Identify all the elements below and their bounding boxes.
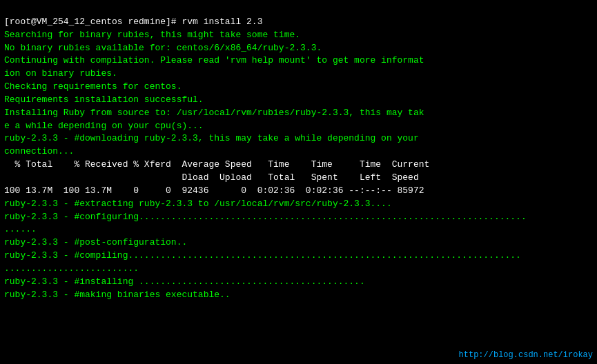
watermark-link: http://blog.csdn.net/irokay <box>459 350 593 360</box>
terminal-line: Dload Upload Total Spent Left Speed <box>4 172 419 183</box>
terminal-line: Installing Ruby from source to: /usr/loc… <box>4 108 424 118</box>
terminal-line: 100 13.7M 100 13.7M 0 0 92436 0 0:02:36 … <box>4 185 424 196</box>
terminal-line: ion on binary rubies. <box>4 68 117 79</box>
terminal-line: ruby-2.3.3 - #extracting ruby-2.3.3 to /… <box>4 199 392 209</box>
terminal-line: Continuing with compilation. Please read… <box>4 55 424 65</box>
terminal-line: No binary rubies available for: centos/6… <box>4 43 322 53</box>
terminal-line: Searching for binary rubies, this might … <box>4 30 300 40</box>
terminal-line: ruby-2.3.3 - #post-configuration.. <box>4 237 187 247</box>
terminal-line: ruby-2.3.3 - #configuring...............… <box>4 212 527 222</box>
terminal-line: [root@VM_254_12_centos redmine]# rvm ins… <box>4 17 262 27</box>
terminal-line: % Total % Received % Xferd Average Speed… <box>4 159 429 170</box>
terminal-line: ruby-2.3.3 - #compiling.................… <box>4 250 521 261</box>
terminal-line: ......................... <box>4 263 139 274</box>
terminal-line: e a while depending on your cpu(s)... <box>4 121 204 131</box>
terminal-line: Checking requirements for centos. <box>4 81 182 92</box>
terminal-window: [root@VM_254_12_centos redmine]# rvm ins… <box>0 0 597 364</box>
terminal-line: ruby-2.3.3 - #installing ...............… <box>4 276 365 287</box>
terminal-line: ...... <box>4 224 37 234</box>
terminal-line: Requirements installation successful. <box>4 94 204 105</box>
terminal-line: ruby-2.3.3 - #making binaries executable… <box>4 290 231 300</box>
terminal-line: connection... <box>4 146 74 156</box>
terminal-line: ruby-2.3.3 - #downloading ruby-2.3.3, th… <box>4 133 419 143</box>
